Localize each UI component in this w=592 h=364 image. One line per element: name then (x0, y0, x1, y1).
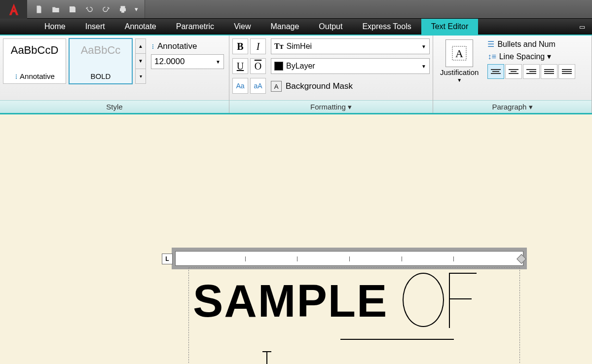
bullets-icon: ☰ (487, 39, 494, 49)
style-thumb-bold[interactable]: AaBbCc BOLD (69, 38, 132, 84)
style-sample: AaBbCcD (11, 44, 59, 57)
tab-express-tools[interactable]: Express Tools (352, 19, 421, 35)
justification-button[interactable]: A (445, 39, 473, 67)
tab-home[interactable]: Home (35, 19, 75, 35)
font-icon: Tт (274, 42, 284, 51)
tab-view[interactable]: View (224, 19, 260, 35)
annotative-toggle[interactable]: ⫶ Annotative (151, 41, 224, 51)
alignment-buttons (487, 64, 575, 79)
align-left-button[interactable] (487, 64, 504, 79)
open-icon[interactable] (48, 2, 64, 16)
ruler-tab-button[interactable]: L (162, 254, 173, 264)
mtext-word-sample: SAMPLE (193, 275, 388, 327)
gallery-more-icon[interactable]: ▾ (136, 69, 146, 83)
justification-label: Justification (440, 68, 479, 76)
quick-access-toolbar: ▾ (27, 0, 145, 18)
save-icon[interactable] (65, 2, 80, 16)
outline-letter-f (449, 273, 477, 327)
chevron-down-icon: ▼ (421, 64, 426, 69)
panel-paragraph: A Justification ▼ ☰ Bullets and Num ↕≡ L… (433, 36, 592, 113)
mtext-word-of (403, 273, 477, 327)
chevron-down-icon: ▼ (421, 44, 426, 49)
tab-output[interactable]: Output (309, 19, 352, 35)
align-justify-button[interactable] (541, 64, 557, 79)
ribbon-minimize-icon[interactable]: ▭ (572, 19, 592, 35)
bullets-button[interactable]: ☰ Bullets and Num (487, 39, 575, 49)
line-spacing-button[interactable]: ↕≡ Line Spacing ▾ (487, 52, 575, 61)
gallery-up-icon[interactable]: ▲ (136, 39, 146, 54)
title-bar: ▾ (0, 0, 592, 19)
case-button-2[interactable]: aA (250, 78, 266, 94)
panel-style: AaBbCcD ⫶Annotative AaBbCc BOLD ▲ ▼ ▾ ⫶ … (0, 36, 229, 113)
panel-label-formatting[interactable]: Formatting ▾ (229, 100, 433, 113)
background-mask-button[interactable]: A Background Mask (271, 78, 430, 95)
redo-icon[interactable] (98, 2, 114, 16)
line-spacing-icon: ↕≡ (487, 52, 496, 61)
align-distribute-button[interactable] (558, 64, 575, 79)
app-menu-button[interactable] (0, 0, 27, 19)
align-right-button[interactable] (523, 64, 540, 79)
panel-label-style[interactable]: Style (0, 100, 229, 113)
font-combo[interactable]: Tт SimHei ▼ (271, 38, 430, 54)
gallery-scroll: ▲ ▼ ▾ (135, 38, 146, 84)
drawing-canvas[interactable]: L SAMPLE MTEXT ▲ ▼ (0, 114, 592, 361)
case-button-1[interactable]: Aa (232, 78, 248, 94)
panel-label-paragraph[interactable]: Paragraph ▾ (433, 100, 592, 113)
ribbon-tabs: Home Insert Annotate Parametric View Man… (0, 19, 592, 36)
print-icon[interactable] (115, 2, 131, 16)
tab-manage[interactable]: Manage (261, 19, 309, 35)
underline-button[interactable]: U (232, 58, 248, 74)
color-combo[interactable]: ByLayer ▼ (271, 58, 430, 74)
overline-button[interactable]: O (250, 58, 266, 74)
mtext-edit-box[interactable]: SAMPLE MTEXT (188, 267, 520, 364)
gallery-down-icon[interactable]: ▼ (136, 54, 146, 69)
style-thumb-annotative[interactable]: AaBbCcD ⫶Annotative (3, 38, 66, 84)
svg-text:A: A (455, 47, 463, 60)
text-height-combo[interactable]: 12.0000 ▼ (151, 54, 224, 69)
new-icon[interactable] (31, 2, 47, 16)
chevron-down-icon[interactable]: ▼ (457, 77, 462, 83)
style-gallery: AaBbCcD ⫶Annotative AaBbCc BOLD ▲ ▼ ▾ (3, 38, 146, 84)
qat-dropdown-icon[interactable]: ▾ (132, 2, 141, 16)
bold-button[interactable]: B (232, 38, 248, 54)
outline-letter-o (403, 273, 444, 327)
tab-insert[interactable]: Insert (75, 19, 115, 35)
mtext-word-mtext: MTEXT (193, 352, 516, 364)
annotative-icon: ⫶ (14, 73, 18, 80)
annotative-icon: ⫶ (151, 42, 154, 50)
italic-button[interactable]: I (250, 38, 266, 54)
underline-decoration (340, 339, 454, 340)
mtext-ruler[interactable]: L (172, 248, 527, 269)
ruler-width-handle[interactable] (517, 254, 526, 264)
tab-parametric[interactable]: Parametric (166, 19, 224, 35)
bgmask-icon: A (271, 81, 282, 92)
undo-icon[interactable] (81, 2, 97, 16)
text-caret (266, 351, 267, 364)
align-center-button[interactable] (505, 64, 522, 79)
tab-annotate[interactable]: Annotate (115, 19, 166, 35)
ribbon: AaBbCcD ⫶Annotative AaBbCc BOLD ▲ ▼ ▾ ⫶ … (0, 36, 592, 114)
panel-formatting: B I Tт SimHei ▼ U O ByLayer ▼ (229, 36, 433, 113)
color-swatch-icon (274, 62, 283, 71)
style-sample: AaBbCc (81, 44, 121, 57)
tab-text-editor[interactable]: Text Editor (421, 19, 479, 35)
chevron-down-icon: ▼ (216, 59, 221, 65)
